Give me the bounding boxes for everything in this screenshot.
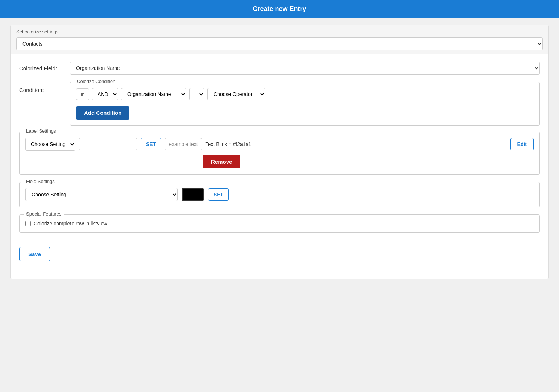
label-choose-setting-select[interactable]: Choose Setting Color Font Weight Font St… bbox=[25, 138, 75, 151]
choose-operator-select[interactable]: Choose Operator equals not equals contai… bbox=[207, 88, 265, 100]
field-choose-setting-select[interactable]: Choose Setting Background Color Border C… bbox=[25, 188, 178, 201]
label-example-text: example text bbox=[165, 138, 202, 150]
label-settings-legend: Label Settings bbox=[24, 128, 58, 134]
text-blink-label: Text Blink = #f2a1a1 bbox=[206, 141, 251, 147]
field-settings-section: Field Settings Choose Setting Background… bbox=[19, 182, 540, 207]
label-edit-button[interactable]: Edit bbox=[510, 138, 534, 150]
colorized-field-label: Colorized Field: bbox=[19, 65, 70, 71]
page-header: Create new Entry bbox=[0, 0, 559, 18]
colorized-field-select[interactable]: Organization Name First Name Last Name E… bbox=[70, 62, 540, 75]
colorize-condition-legend: Colorize Condition bbox=[75, 79, 117, 84]
special-features-section: Special Features Colorize complete row i… bbox=[19, 214, 540, 233]
delete-condition-button[interactable]: 🗑 bbox=[76, 88, 89, 100]
checkbox-row: Colorize complete row in listview bbox=[25, 221, 534, 226]
field-controls: Choose Setting Background Color Border C… bbox=[25, 188, 534, 201]
condition-label: Condition: bbox=[19, 82, 70, 93]
colorize-row-checkbox[interactable] bbox=[25, 221, 31, 226]
save-button[interactable]: Save bbox=[19, 247, 50, 261]
colorize-condition-box: Colorize Condition 🗑 AND OR Organization… bbox=[70, 82, 540, 126]
label-value-input[interactable] bbox=[79, 138, 137, 150]
field-settings-legend: Field Settings bbox=[24, 179, 57, 184]
module-select[interactable]: Contacts Leads Accounts Cases bbox=[16, 37, 543, 50]
condition-controls: 🗑 AND OR Organization Name First Name La… bbox=[76, 88, 534, 100]
page-title: Create new Entry bbox=[253, 5, 306, 12]
label-remove-button[interactable]: Remove bbox=[203, 155, 240, 168]
label-settings-section: Label Settings Choose Setting Color Font… bbox=[19, 132, 540, 175]
and-or-select[interactable]: AND OR bbox=[92, 88, 118, 100]
color-swatch[interactable] bbox=[182, 188, 204, 201]
colorize-settings-label: Set colorize settings bbox=[16, 29, 543, 34]
field-name-select[interactable]: Organization Name First Name Last Name E… bbox=[121, 88, 186, 100]
field-set-button[interactable]: SET bbox=[208, 188, 229, 201]
colorize-row-label: Colorize complete row in listview bbox=[34, 221, 107, 226]
colorize-settings-section: Set colorize settings Contacts Leads Acc… bbox=[11, 25, 548, 54]
condition-row: Condition: Colorize Condition 🗑 AND OR O… bbox=[19, 82, 540, 126]
colorized-field-row: Colorized Field: Organization Name First… bbox=[19, 62, 540, 75]
footer-row: Save bbox=[11, 247, 548, 279]
label-controls: Choose Setting Color Font Weight Font St… bbox=[25, 138, 534, 151]
label-set-button[interactable]: SET bbox=[141, 138, 161, 150]
empty-operator-select[interactable] bbox=[189, 88, 204, 100]
label-second-row: Remove bbox=[25, 155, 534, 168]
special-features-legend: Special Features bbox=[24, 211, 64, 217]
add-condition-button[interactable]: Add Condition bbox=[76, 106, 129, 120]
